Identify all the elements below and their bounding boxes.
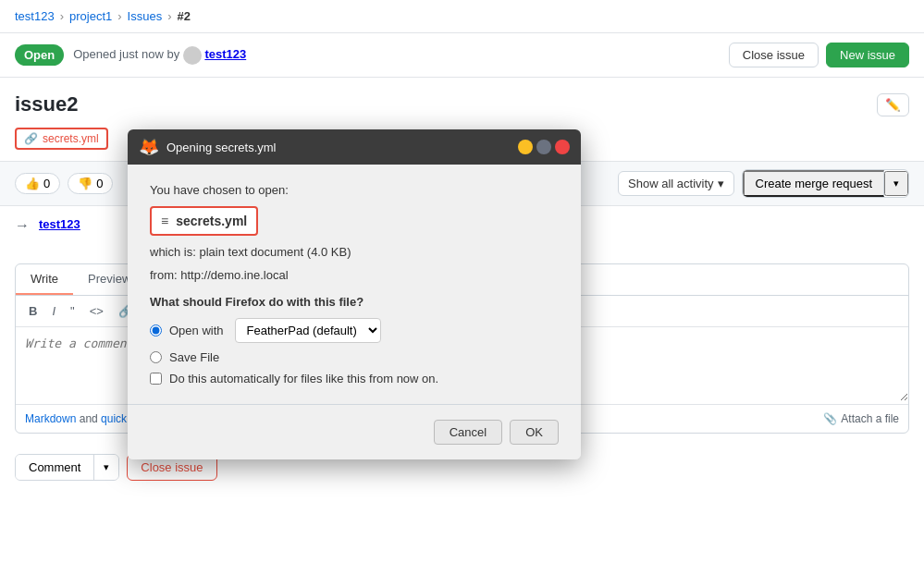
comment-dropdown-button[interactable]: ▾ [94,455,118,480]
create-merge-dropdown-button[interactable]: ▾ [884,171,908,196]
close-issue-button[interactable]: Close issue [729,43,819,67]
label-text: secrets.yml [43,132,99,145]
timeline-arrow-icon: → [15,217,30,234]
open-with-label: Open with [169,324,224,337]
modal-ok-button[interactable]: OK [510,420,559,445]
issue-title: issue2 [15,92,79,116]
username-link[interactable]: test123 [204,47,246,61]
timeline-content: test123 [39,217,80,231]
and-text: and [80,412,98,425]
modal-titlebar: 🦊 Opening secrets.yml ─ □ ✕ [128,129,581,165]
quote-button[interactable]: " [65,301,80,321]
create-merge-main-button[interactable]: Create merge request [743,170,884,197]
issue-title-area: issue2 ✏️ [0,78,924,124]
app-select[interactable]: FeatherPad (default) [235,318,381,343]
modal-close-button[interactable]: ✕ [555,140,570,154]
attach-label: Attach a file [841,412,899,425]
attach-file-button[interactable]: 📎 Attach a file [823,412,899,425]
file-from-text: from: http://demo.ine.local [150,268,559,282]
breadcrumb-project[interactable]: project1 [69,9,112,23]
attach-icon: 📎 [823,412,837,425]
opened-by-text: Opened just now by test123 [73,46,246,65]
modal-maximize-button[interactable]: □ [536,140,551,154]
modal-title: Opening secrets.yml [166,141,277,154]
file-icon: ≡ [161,214,168,228]
avatar [183,46,202,65]
show-activity-label: Show all activity [628,177,713,190]
radio-group: Open with FeatherPad (default) Save File [150,318,559,364]
file-type-text: which is: plain text document (4.0 KB) [150,245,559,259]
auto-checkbox[interactable] [150,373,162,385]
thumbs-down-button[interactable]: 👎 0 [68,173,113,194]
breadcrumb: test123 › project1 › Issues › #2 [0,0,924,33]
save-file-label: Save File [169,350,219,364]
tab-write[interactable]: Write [16,264,73,295]
thumbs-up-button[interactable]: 👍 0 [15,173,60,194]
modal-cancel-button[interactable]: Cancel [434,420,502,445]
open-with-radio[interactable] [150,324,162,336]
save-file-option[interactable]: Save File [150,350,559,364]
comment-group: Comment ▾ [15,454,119,481]
modal-minimize-button[interactable]: ─ [518,140,533,154]
firefox-icon: 🦊 [139,137,159,157]
modal-intro-text: You have chosen to open: [150,183,559,197]
open-badge: Open [15,44,64,66]
timeline-user-link[interactable]: test123 [39,217,80,231]
breadcrumb-issue-number: #2 [178,9,191,23]
issue-header: Open Opened just now by test123 Close is… [0,33,924,78]
open-with-option[interactable]: Open with FeatherPad (default) [150,318,559,343]
breadcrumb-issues[interactable]: Issues [128,9,163,23]
thumbs-up-count: 0 [43,177,50,190]
app-select-box: FeatherPad (default) [235,318,381,343]
italic-button[interactable]: I [46,301,61,321]
code-button[interactable]: <> [84,301,109,321]
file-box: ≡ secrets.yml [150,206,258,236]
modal-section-title: What should Firefox do with this file? [150,295,559,309]
show-activity-button[interactable]: Show all activity ▾ [618,171,733,196]
chevron-down-icon: ▾ [718,177,724,190]
bold-button[interactable]: B [23,301,43,321]
breadcrumb-repo[interactable]: test123 [15,9,55,23]
modal-footer: Cancel OK [128,404,581,459]
save-file-radio[interactable] [150,351,162,363]
thumbs-down-count: 0 [96,177,103,190]
markdown-link[interactable]: Markdown [25,412,76,425]
file-name: secrets.yml [176,214,247,228]
edit-title-button[interactable]: ✏️ [877,93,909,116]
new-issue-button[interactable]: New issue [826,43,909,67]
auto-checkbox-item[interactable]: Do this automatically for files like thi… [150,372,559,385]
label-tag[interactable]: 🔗 secrets.yml [15,128,108,150]
create-merge-request-group: Create merge request ▾ [742,169,909,198]
file-open-modal: 🦊 Opening secrets.yml ─ □ ✕ You have cho… [128,129,581,459]
label-icon: 🔗 [24,132,38,145]
comment-button[interactable]: Comment [16,455,94,480]
modal-body: You have chosen to open: ≡ secrets.yml w… [128,165,581,404]
auto-label: Do this automatically for files like thi… [169,372,438,385]
